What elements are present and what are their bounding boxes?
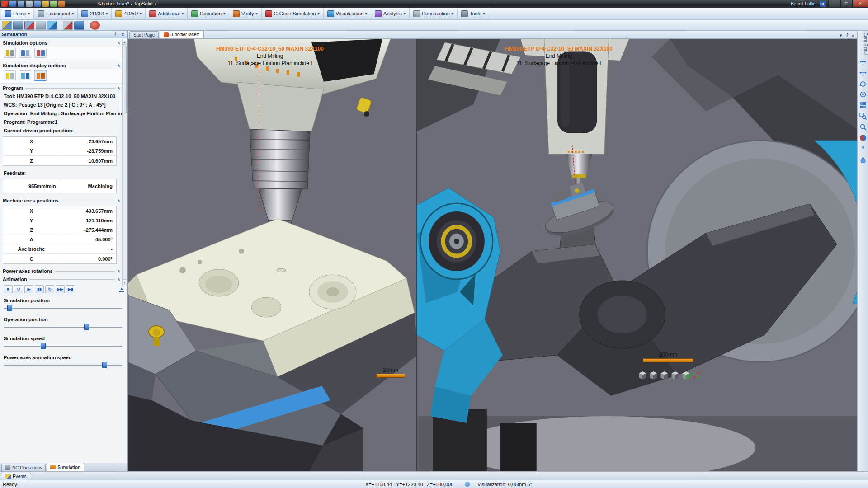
gcode-simulation-icon[interactable] xyxy=(74,21,84,30)
viewport-container: HM390 ETP D-4-C32-10_50 MAXIN 32X100 End… xyxy=(128,39,857,471)
ribbon-tab-tools[interactable]: Tools ▾ xyxy=(458,8,489,19)
panel-title: Simulation xyxy=(2,32,27,37)
chevron-down-icon: ▾ xyxy=(404,12,406,16)
zoom-icon[interactable] xyxy=(859,123,867,131)
collapse-icon[interactable]: ∧ xyxy=(117,86,120,90)
ribbon-tab-additional[interactable]: Additional ▾ xyxy=(146,8,187,19)
user-link[interactable]: Benoit Lallier xyxy=(791,1,817,6)
axis-label: Y xyxy=(3,146,60,155)
slider-track[interactable] xyxy=(4,362,124,368)
help-icon[interactable] xyxy=(58,1,65,7)
scroll-down-icon[interactable]: ▼ xyxy=(123,279,127,285)
slider-track[interactable] xyxy=(4,343,124,349)
verify-machine-icon[interactable] xyxy=(63,21,73,30)
rewind-button[interactable]: ↺ xyxy=(14,285,23,293)
zoom-window-icon[interactable] xyxy=(859,112,867,120)
tab-start-page[interactable]: Start Page xyxy=(129,31,159,38)
help-icon[interactable]: ? xyxy=(859,145,867,153)
run-to-end-button[interactable]: ▶▮ xyxy=(66,285,75,293)
left-viewport-scene[interactable] xyxy=(128,39,416,471)
section-icon[interactable] xyxy=(859,155,867,164)
save-icon[interactable] xyxy=(9,1,16,7)
cam-simul-tab-label[interactable]: Cam Simul xyxy=(863,33,868,55)
restore-button[interactable]: □ xyxy=(840,0,853,7)
multi-view-icon[interactable] xyxy=(859,101,867,109)
slider-thumb[interactable] xyxy=(41,343,46,349)
display-stock-icon[interactable] xyxy=(4,70,16,80)
panel-scrollbar[interactable]: ▲ ▼ xyxy=(122,39,127,285)
rotate-view-icon[interactable] xyxy=(859,80,867,88)
workshop-icon[interactable] xyxy=(2,21,12,30)
collapse-icon[interactable]: ∧ xyxy=(117,63,120,68)
tab-simulation[interactable]: Simulation xyxy=(47,463,84,471)
simulation-speed-control: Simulation speed xyxy=(0,333,127,352)
slider-thumb[interactable] xyxy=(102,362,107,368)
minimize-button[interactable]: – xyxy=(828,0,840,7)
machine-simulation-icon[interactable] xyxy=(13,21,23,30)
ribbon-tab-home[interactable]: Home ▾ xyxy=(1,8,34,19)
window-list-icon[interactable]: ▾ xyxy=(840,33,842,38)
slider-track[interactable] xyxy=(4,305,124,311)
ribbon-tab-visualization[interactable]: Visualization ▾ xyxy=(324,8,372,19)
ribbon-tab-verify[interactable]: Verify ▾ xyxy=(229,8,262,19)
pin-icon[interactable] xyxy=(112,32,118,38)
collapse-icon[interactable]: ∧ xyxy=(117,269,120,273)
pin-icon[interactable] xyxy=(845,33,849,38)
ribbon-tab-construction[interactable]: Construction ▾ xyxy=(410,8,458,19)
scale-bar xyxy=(376,374,405,378)
right-viewport-scene[interactable] xyxy=(417,39,857,471)
pan-view-icon[interactable] xyxy=(859,69,867,77)
ribbon-tab-label: Home xyxy=(13,11,26,16)
kinematics-option-icon[interactable] xyxy=(19,48,31,58)
close-icon[interactable]: × xyxy=(852,33,854,38)
left-viewport[interactable]: HM390 ETP D-4-C32-10_50 MAXIN 32X100 End… xyxy=(128,39,416,471)
machining-icon[interactable] xyxy=(24,21,34,30)
user-avatar[interactable]: BL xyxy=(820,1,826,7)
ribbon-tab-label: Tools xyxy=(470,11,481,16)
tab-document[interactable]: 3-boitier laser* xyxy=(160,30,203,38)
panel-body: Simulation options ∧ Simulation display … xyxy=(0,38,127,371)
close-button[interactable]: × xyxy=(853,0,868,7)
print-icon[interactable] xyxy=(26,1,33,7)
collapse-icon[interactable]: ∧ xyxy=(117,198,120,203)
slider-track[interactable] xyxy=(4,324,124,330)
ribbon-tab-equipment[interactable]: Equipment ▾ xyxy=(34,8,78,19)
machine-simulation-option-icon[interactable] xyxy=(4,48,16,58)
tab-events[interactable]: Events xyxy=(1,473,31,480)
options-icon[interactable] xyxy=(50,1,57,7)
eject-button[interactable]: ▲ xyxy=(119,286,124,292)
render-mode-icon[interactable] xyxy=(859,134,867,142)
cam-document-icon xyxy=(164,32,169,37)
scroll-up-icon[interactable]: ▲ xyxy=(123,39,127,45)
right-viewport[interactable]: HM390 ETP D-4-C32-10_50 MAXIN 32X100 End… xyxy=(417,39,857,471)
slider-thumb[interactable] xyxy=(7,305,12,311)
close-icon[interactable]: × xyxy=(120,32,126,38)
center-view-icon[interactable] xyxy=(859,90,867,99)
undo-icon[interactable] xyxy=(34,1,41,7)
play-button[interactable]: ▶ xyxy=(24,285,33,293)
display-machine-icon[interactable] xyxy=(34,70,47,80)
fast-forward-button[interactable]: ▶▶ xyxy=(56,285,65,293)
redo-icon[interactable] xyxy=(42,1,49,7)
scrollbar-thumb[interactable] xyxy=(123,46,127,113)
ribbon-tab-operation[interactable]: Operation ▾ xyxy=(188,8,229,19)
add-view-icon[interactable] xyxy=(859,58,867,66)
display-toolpath-icon[interactable] xyxy=(19,70,31,80)
collapse-icon[interactable]: ∧ xyxy=(117,41,120,45)
slider-thumb[interactable] xyxy=(84,324,89,330)
wcs-icon[interactable] xyxy=(47,21,57,30)
ribbon-tab-analysis[interactable]: Analysis ▾ xyxy=(371,8,410,19)
save-all-icon[interactable] xyxy=(18,1,24,7)
stop-button[interactable]: ■ xyxy=(4,285,13,293)
pause-button[interactable]: ▮▮ xyxy=(35,285,44,293)
collapse-icon[interactable]: ∧ xyxy=(117,277,120,282)
ribbon-tab-label: Equipment xyxy=(46,11,70,16)
toolpath-icon[interactable] xyxy=(36,21,46,30)
tab-nc-operations[interactable]: NC Operations xyxy=(1,464,46,471)
ribbon-tab-2d3d[interactable]: 2D/3D ▾ xyxy=(78,8,112,19)
ribbon-tab-4d5d[interactable]: 4D/5D ▾ xyxy=(112,8,146,19)
material-removal-option-icon[interactable] xyxy=(34,48,47,58)
replay-button[interactable]: ↻ xyxy=(45,285,54,293)
record-icon[interactable] xyxy=(90,21,100,30)
ribbon-tab-gcode-simulation[interactable]: G-Code Simulation ▾ xyxy=(262,8,324,19)
